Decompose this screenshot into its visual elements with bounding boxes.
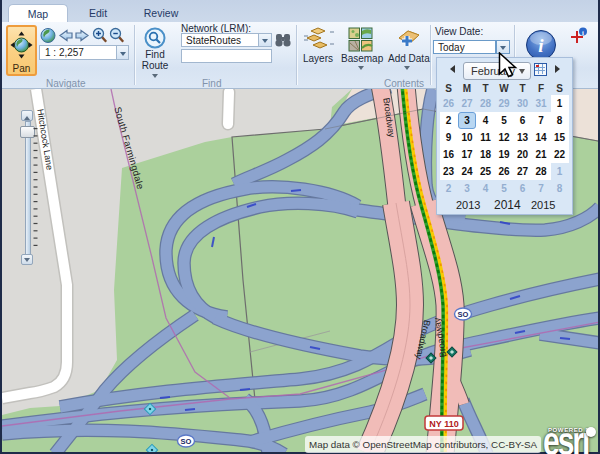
svg-text:NY 110: NY 110 bbox=[429, 419, 458, 429]
svg-text:SO: SO bbox=[181, 437, 192, 446]
svg-text:i: i bbox=[582, 29, 584, 36]
svg-text:SO: SO bbox=[458, 310, 469, 319]
svg-text:i: i bbox=[538, 35, 544, 56]
